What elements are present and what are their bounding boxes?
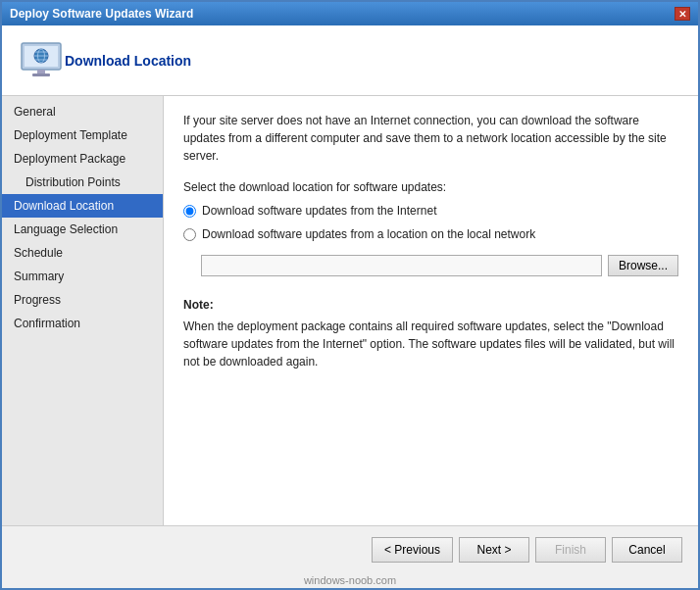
radio-internet-item: Download software updates from the Inter… — [183, 204, 678, 218]
note-text: When the deployment package contains all… — [183, 318, 678, 370]
wizard-window: Deploy Software Updates Wizard ✕ Downloa… — [0, 0, 700, 590]
cancel-button[interactable]: Cancel — [612, 537, 682, 563]
radio-internet-label[interactable]: Download software updates from the Inter… — [202, 204, 436, 218]
sidebar-item-general[interactable]: General — [2, 100, 163, 123]
radio-local-input[interactable] — [183, 228, 196, 241]
watermark: windows-noob.com — [2, 572, 698, 588]
path-input[interactable] — [201, 255, 602, 276]
sidebar-item-summary[interactable]: Summary — [2, 265, 163, 288]
radio-group: Download software updates from the Inter… — [183, 204, 678, 241]
svg-rect-8 — [32, 74, 50, 76]
window-title: Deploy Software Updates Wizard — [10, 7, 193, 21]
footer: < Previous Next > Finish Cancel — [2, 525, 698, 572]
content-area: General Deployment Template Deployment P… — [2, 96, 698, 525]
radio-local-label[interactable]: Download software updates from a locatio… — [202, 227, 535, 241]
select-label: Select the download location for softwar… — [183, 180, 678, 194]
path-row: Browse... — [201, 255, 678, 276]
sidebar: General Deployment Template Deployment P… — [2, 96, 164, 525]
sidebar-item-confirmation[interactable]: Confirmation — [2, 312, 163, 335]
next-button[interactable]: Next > — [459, 537, 529, 563]
close-button[interactable]: ✕ — [675, 7, 690, 21]
sidebar-item-download-location[interactable]: Download Location — [2, 194, 163, 218]
description-text: If your site server does not have an Int… — [183, 112, 678, 165]
header-area: Download Location — [2, 25, 698, 96]
note-section: Note: When the deployment package contai… — [183, 298, 678, 370]
computer-icon — [18, 37, 65, 84]
sidebar-item-language-selection[interactable]: Language Selection — [2, 218, 163, 241]
header-title: Download Location — [65, 53, 191, 69]
radio-local-item: Download software updates from a locatio… — [183, 227, 678, 241]
sidebar-item-schedule[interactable]: Schedule — [2, 241, 163, 265]
sidebar-item-distribution-points[interactable]: Distribution Points — [2, 171, 163, 194]
title-bar: Deploy Software Updates Wizard ✕ — [2, 2, 698, 25]
main-content: If your site server does not have an Int… — [164, 96, 698, 525]
finish-button[interactable]: Finish — [535, 537, 606, 563]
sidebar-item-deployment-template[interactable]: Deployment Template — [2, 123, 163, 147]
previous-button[interactable]: < Previous — [372, 537, 453, 563]
radio-internet-input[interactable] — [183, 205, 196, 218]
browse-button[interactable]: Browse... — [608, 255, 678, 276]
sidebar-item-progress[interactable]: Progress — [2, 288, 163, 312]
sidebar-item-deployment-package[interactable]: Deployment Package — [2, 147, 163, 171]
note-title: Note: — [183, 298, 678, 312]
